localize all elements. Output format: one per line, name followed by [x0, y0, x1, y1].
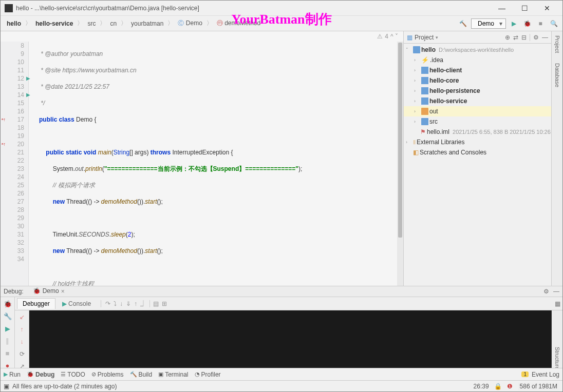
event-count-badge: 1: [521, 371, 529, 377]
tree-item-src[interactable]: ›src: [404, 116, 551, 127]
terminal-tool-button[interactable]: ▣Terminal: [158, 371, 188, 378]
project-tool-window: ▦ Project ▾ ⊕ ⇄ ⊟ ⚙ — ˅ hello D:\workspa…: [404, 31, 551, 286]
debug-tool-button[interactable]: 🐞Debug: [27, 371, 54, 378]
run-icon[interactable]: ▶: [508, 18, 519, 29]
expand-icon[interactable]: ⇄: [513, 34, 518, 41]
tree-item-iml[interactable]: ⚑hello.iml2021/1/25 6:55, 838 B 2021/1/2…: [404, 127, 551, 137]
right-toolwindow-strip: Project Database: [551, 31, 562, 286]
inspection-badge[interactable]: ⚠ 4 ^ ˅: [377, 33, 398, 40]
tree-item-idea[interactable]: ›⚡.idea: [404, 55, 551, 65]
app-icon: [5, 4, 13, 12]
frames-up-icon[interactable]: ↑: [17, 325, 27, 334]
build-tool-button[interactable]: 🔨Build: [130, 371, 153, 378]
editor-scrollbar[interactable]: [397, 42, 403, 286]
debugger-tab[interactable]: Debugger: [17, 298, 55, 309]
notif-icon[interactable]: ❶: [507, 383, 513, 390]
layout-icon[interactable]: ▦: [555, 300, 560, 307]
minimize-button[interactable]: ―: [491, 1, 513, 15]
frames-down-icon[interactable]: ↓: [17, 337, 27, 346]
tree-item-out[interactable]: ›out: [404, 106, 551, 116]
debug-tool-window: Debug: 🐞Demo × ⚙ — 🐞 🔧 ▶ ∥ ■ ● Debugger …: [1, 286, 562, 368]
rerun-icon[interactable]: 🐞: [3, 299, 12, 308]
tree-item-hello-service[interactable]: ›hello-service: [404, 96, 551, 106]
todo-tool-button[interactable]: ☰TODO: [61, 371, 85, 378]
tree-external-libraries[interactable]: ›⫴External Libraries: [404, 137, 551, 147]
build-icon[interactable]: 🔨: [458, 18, 469, 29]
resume-icon[interactable]: ▶: [3, 324, 12, 333]
step-controls: ↷ ⤵ ↓ ⇓ ↑ ⏌ ▤ ⊞: [101, 300, 167, 307]
navigation-toolbar: hello〉 hello-service〉 src〉 cn〉 yourbatma…: [1, 16, 562, 31]
tree-scratches[interactable]: ◧Scratches and Consoles: [404, 147, 551, 158]
tree-root[interactable]: ˅ hello D:\workspaces-work\test\hello: [404, 45, 551, 55]
step-into-icon[interactable]: ↓: [120, 300, 123, 307]
status-bar: ▣ All files are up-to-date (2 minutes ag…: [1, 380, 562, 391]
window-title: hello - ...\hello-service\src\cn\yourbat…: [16, 5, 491, 12]
close-button[interactable]: ✕: [536, 1, 558, 15]
frames-controls: ↙ ↑ ↓ ⟳ ↗: [15, 310, 29, 373]
title-bar: hello - ...\hello-service\src\cn\yourbat…: [1, 1, 562, 16]
hide-panel-icon[interactable]: —: [542, 34, 548, 41]
crumb-cn[interactable]: cn: [107, 19, 120, 28]
lock-icon[interactable]: 🔒: [494, 383, 502, 390]
crumb-hello[interactable]: hello: [4, 19, 24, 28]
debug-session-tab[interactable]: 🐞Demo: [29, 286, 63, 297]
gutter[interactable]: 8 9 10 11 12▶ 13 14▶ 15 16 ⁿ↑17 18 19 ⁿ↑…: [1, 42, 29, 286]
strip-database[interactable]: Database: [554, 61, 560, 89]
profiler-tool-button[interactable]: ◔Profiler: [195, 371, 221, 378]
crumb-hello-service[interactable]: hello-service: [32, 19, 76, 28]
project-panel-title[interactable]: Project: [415, 34, 434, 41]
stop-icon[interactable]: ■: [535, 18, 546, 29]
collapse-icon[interactable]: ⊟: [521, 34, 527, 41]
show-exec-icon[interactable]: ↷: [105, 300, 110, 307]
crumb-yourbatman[interactable]: yourbatman: [128, 19, 166, 28]
step-over-icon[interactable]: ⤵: [114, 300, 117, 307]
run-to-cursor-icon[interactable]: ▤: [149, 300, 159, 307]
bottom-toolbar: ▶Run 🐞Debug ☰TODO ⊘Problems 🔨Build ▣Term…: [1, 368, 562, 380]
problems-tool-button[interactable]: ⊘Problems: [91, 371, 124, 378]
console-tab[interactable]: ▶ Console: [57, 298, 97, 309]
strip-structure[interactable]: Structure: [554, 347, 560, 370]
debug-hide-icon[interactable]: —: [553, 288, 559, 295]
debug-icon[interactable]: 🐞: [521, 18, 533, 29]
crumb-demo[interactable]: Ⓒ Demo: [175, 18, 205, 29]
modify-run-icon[interactable]: 🔧: [3, 311, 12, 321]
locate-icon[interactable]: ⊕: [505, 34, 510, 41]
status-toggle-icon[interactable]: ▣: [4, 383, 9, 390]
project-tree[interactable]: ˅ hello D:\workspaces-work\test\hello ›⚡…: [404, 44, 551, 286]
debug-settings-icon[interactable]: ⚙: [543, 288, 549, 295]
editor-area: ⚠ 4 ^ ˅ 8 9 10 11 12▶ 13 14▶ 15 16 ⁿ↑17 …: [1, 31, 403, 286]
force-step-into-icon[interactable]: ⇓: [126, 300, 131, 307]
tree-item-hello-client[interactable]: ›hello-client: [404, 65, 551, 75]
tree-item-hello-core[interactable]: ›hello-core: [404, 75, 551, 86]
close-tab-icon[interactable]: ×: [61, 288, 65, 295]
run-tool-button[interactable]: ▶Run: [4, 371, 21, 378]
step-out-icon[interactable]: ↑: [134, 300, 137, 307]
debug-title: Debug:: [4, 288, 24, 295]
memory-indicator[interactable]: 586 of 1981M: [518, 382, 559, 390]
event-log-button[interactable]: Event Log: [532, 371, 559, 378]
pause-icon[interactable]: ∥: [3, 336, 12, 345]
breadcrumb: hello〉 hello-service〉 src〉 cn〉 yourbatma…: [4, 18, 264, 29]
code-editor[interactable]: 8 9 10 11 12▶ 13 14▶ 15 16 ⁿ↑17 18 19 ⁿ↑…: [1, 42, 403, 286]
maximize-button[interactable]: ☐: [513, 1, 536, 15]
frames-prev-icon[interactable]: ↙: [17, 312, 27, 322]
settings-icon[interactable]: ⚙: [530, 34, 539, 41]
crumb-src[interactable]: src: [84, 19, 99, 28]
search-icon[interactable]: 🔍: [548, 18, 559, 29]
caret-position[interactable]: 26:39: [474, 383, 489, 390]
code-content[interactable]: * @author yourbatman * @site https://www…: [29, 42, 397, 286]
tree-item-hello-persistence[interactable]: ›hello-persistence: [404, 86, 551, 96]
evaluate-icon[interactable]: ⊞: [162, 300, 167, 307]
status-message: All files are up-to-date (2 minutes ago): [12, 383, 117, 390]
drop-frame-icon[interactable]: ⏌: [140, 300, 146, 307]
debug-output[interactable]: [29, 310, 551, 373]
run-config-dropdown[interactable]: Demo: [471, 18, 506, 29]
frames-filter-icon[interactable]: ⟳: [17, 349, 27, 359]
crumb-demomethod[interactable]: ⓜ demoMethod: [214, 18, 264, 29]
strip-project[interactable]: Project: [554, 33, 560, 55]
stop-debug-icon[interactable]: ■: [3, 348, 12, 358]
debug-run-controls: 🐞 🔧 ▶ ∥ ■ ●: [1, 297, 15, 373]
